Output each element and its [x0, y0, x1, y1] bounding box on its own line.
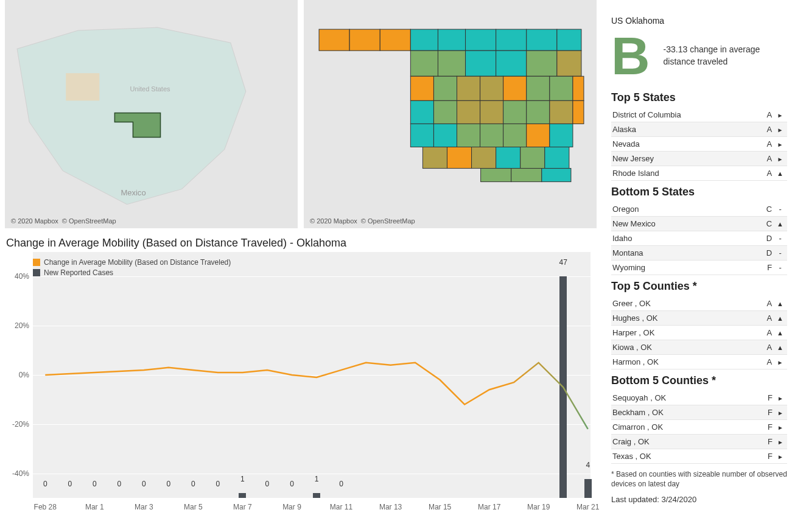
list-item[interactable]: IdahoD	[611, 231, 787, 246]
rank-name: Idaho	[611, 231, 761, 246]
rank-grade: C	[761, 217, 776, 231]
rank-grade: D	[761, 231, 776, 246]
svg-rect-22	[457, 76, 480, 100]
grade-panel: B -33.13 change in average distance trav…	[611, 29, 787, 83]
list-item[interactable]: Rhode IslandA	[611, 166, 787, 181]
rank-grade: A	[761, 122, 776, 137]
list-item[interactable]: District of ColumbiaA	[611, 108, 787, 122]
svg-rect-10	[466, 29, 496, 51]
map-attribution: © 2020 Mapbox© OpenStreetMap	[11, 217, 120, 225]
section-bottom-counties: Bottom 5 Counties *	[611, 374, 787, 387]
section-top-counties: Top 5 Counties *	[611, 280, 787, 293]
svg-rect-24	[503, 76, 527, 100]
trend-icon	[776, 391, 787, 405]
rank-grade: A	[761, 340, 776, 355]
trend-icon	[776, 311, 787, 326]
rank-name: Montana	[611, 246, 761, 261]
trend-icon	[776, 137, 787, 152]
trend-icon	[776, 355, 787, 369]
state-map-svg	[304, 0, 597, 228]
svg-rect-30	[457, 100, 480, 124]
line-svg	[33, 252, 600, 498]
svg-rect-5	[319, 29, 349, 51]
list-item[interactable]: Cimarron , OKF	[611, 420, 787, 435]
rank-grade: A	[761, 108, 776, 122]
us-map[interactable]: Click on a state to begin United States …	[5, 0, 298, 228]
svg-rect-29	[433, 100, 457, 124]
rank-grade: A	[761, 137, 776, 152]
rank-grade: A	[761, 166, 776, 181]
trend-icon	[776, 261, 787, 275]
svg-rect-15	[438, 51, 465, 76]
trend-icon	[776, 152, 787, 166]
list-item[interactable]: Kiowa , OKA	[611, 340, 787, 355]
svg-rect-16	[466, 51, 496, 76]
trend-icon	[776, 405, 787, 420]
trend-icon	[776, 340, 787, 355]
footnote: * Based on counties with sizeable number…	[611, 470, 787, 489]
rank-name: Cimarron , OK	[611, 420, 762, 435]
list-item[interactable]: AlaskaA	[611, 122, 787, 137]
rank-name: Hughes , OK	[611, 311, 761, 326]
rank-grade: A	[761, 311, 776, 326]
svg-rect-27	[573, 76, 584, 100]
trend-icon	[776, 122, 787, 137]
rank-name: Beckham , OK	[611, 405, 762, 420]
list-item[interactable]: Greer , OKA	[611, 296, 787, 311]
svg-rect-43	[422, 147, 447, 169]
rank-grade: F	[762, 449, 776, 464]
rank-grade: A	[761, 296, 776, 311]
rank-name: Texas , OK	[611, 449, 762, 464]
svg-rect-48	[545, 147, 569, 169]
svg-rect-32	[503, 100, 527, 124]
list-item[interactable]: Hughes , OKA	[611, 311, 787, 326]
list-item[interactable]: Harper , OKA	[611, 326, 787, 340]
rank-name: Harper , OK	[611, 326, 761, 340]
grade-letter: B	[611, 29, 650, 83]
trend-icon	[776, 217, 787, 231]
list-item[interactable]: New MexicoC	[611, 217, 787, 231]
svg-rect-31	[480, 100, 503, 124]
rank-grade: A	[761, 152, 776, 166]
trend-icon	[776, 166, 787, 181]
svg-rect-46	[496, 147, 520, 169]
bottom-states-list: OregonCNew MexicoCIdahoDMontanaDWyomingF	[611, 202, 787, 275]
list-item[interactable]: Beckham , OKF	[611, 405, 787, 420]
list-item[interactable]: New JerseyA	[611, 152, 787, 166]
list-item[interactable]: Craig , OKF	[611, 435, 787, 449]
us-map-svg: United States Mexico	[5, 0, 298, 228]
svg-rect-23	[480, 76, 503, 100]
svg-rect-9	[438, 29, 465, 51]
list-item[interactable]: NevadaA	[611, 137, 787, 152]
list-item[interactable]: OregonC	[611, 202, 787, 217]
mobility-chart: Change in Average Mobility (Based on Dis…	[5, 252, 597, 520]
svg-rect-39	[480, 124, 503, 147]
trend-icon	[776, 108, 787, 122]
list-item[interactable]: MontanaD	[611, 246, 787, 261]
svg-rect-20	[410, 76, 433, 100]
list-item[interactable]: Texas , OKF	[611, 449, 787, 464]
svg-rect-19	[557, 51, 581, 76]
trend-icon	[776, 449, 787, 464]
svg-rect-26	[550, 76, 573, 100]
svg-rect-12	[527, 29, 557, 51]
svg-rect-41	[527, 124, 550, 147]
svg-rect-45	[472, 147, 496, 169]
svg-rect-14	[410, 51, 438, 76]
rank-grade: F	[762, 420, 776, 435]
trend-icon	[776, 296, 787, 311]
svg-rect-44	[447, 147, 471, 169]
svg-rect-49	[481, 169, 511, 182]
list-item[interactable]: Harmon , OKA	[611, 355, 787, 369]
svg-rect-42	[550, 124, 573, 147]
state-county-map[interactable]: © 2020 Mapbox© OpenStreetMap	[304, 0, 597, 228]
rank-grade: F	[761, 261, 776, 275]
list-item[interactable]: WyomingF	[611, 261, 787, 275]
top-states-list: District of ColumbiaAAlaskaANevadaANew J…	[611, 108, 787, 181]
svg-rect-37	[433, 124, 457, 147]
chart-title: Change in Average Mobility (Based on Dis…	[6, 237, 597, 250]
trend-icon	[776, 420, 787, 435]
list-item[interactable]: Sequoyah , OKF	[611, 391, 787, 405]
svg-rect-7	[380, 29, 410, 51]
chart-legend: Change in Average Mobility (Based on Dis…	[33, 258, 231, 279]
